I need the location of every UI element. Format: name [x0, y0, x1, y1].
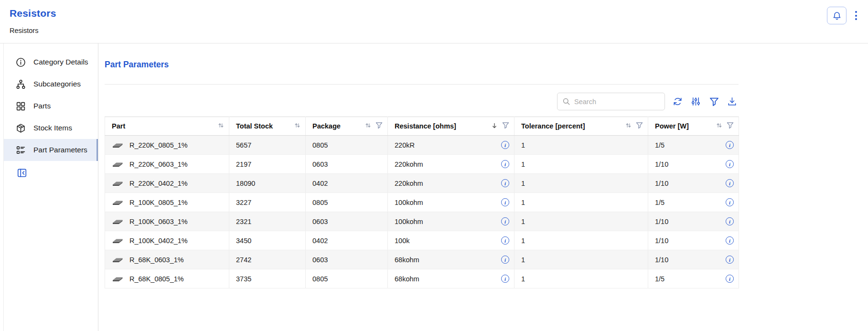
table-row[interactable]: R_220K_0402_1%180900402220kohmi11/10i: [105, 174, 739, 193]
cell-part[interactable]: R_100K_0603_1%: [105, 212, 229, 231]
column-filter-icon[interactable]: [502, 122, 509, 130]
info-icon[interactable]: i: [501, 198, 509, 206]
sort-icon[interactable]: [365, 122, 371, 130]
cell-total-stock[interactable]: 3735: [229, 269, 306, 288]
cell-power[interactable]: 1/5i: [648, 269, 739, 288]
cell-part[interactable]: R_100K_0402_1%: [105, 231, 229, 250]
sidebar-item-stock-items[interactable]: Stock Items: [4, 117, 98, 139]
cell-tolerance[interactable]: 1: [514, 269, 648, 288]
cell-part[interactable]: R_68K_0603_1%: [105, 250, 229, 269]
cell-resistance[interactable]: 100kohmi: [388, 193, 514, 212]
sort-desc-icon[interactable]: [491, 122, 498, 130]
cell-tolerance[interactable]: 1: [514, 174, 648, 193]
cell-package[interactable]: 0402: [306, 174, 388, 193]
sort-icon[interactable]: [716, 122, 722, 130]
cell-power[interactable]: 1/10i: [648, 155, 739, 174]
cell-tolerance[interactable]: 1: [514, 231, 648, 250]
column-header-part[interactable]: Part: [105, 117, 229, 136]
column-header-total_stock[interactable]: Total Stock: [229, 117, 306, 136]
table-row[interactable]: R_100K_0805_1%32270805100kohmi11/5i: [105, 193, 739, 212]
refresh-icon[interactable]: [672, 96, 683, 107]
collapse-sidebar-button[interactable]: [16, 167, 28, 179]
cell-resistance[interactable]: 220kohmi: [388, 155, 514, 174]
info-icon[interactable]: i: [501, 275, 509, 283]
cell-power[interactable]: 1/10i: [648, 174, 739, 193]
cell-part[interactable]: R_220K_0805_1%: [105, 136, 229, 155]
info-icon[interactable]: i: [501, 160, 509, 168]
cell-total-stock[interactable]: 2742: [229, 250, 306, 269]
cell-package[interactable]: 0805: [306, 193, 388, 212]
column-settings-icon[interactable]: [690, 96, 701, 107]
table-row[interactable]: R_68K_0603_1%2742060368kohmi11/10i: [105, 250, 739, 269]
table-row[interactable]: R_100K_0603_1%23210603100kohmi11/10i: [105, 212, 739, 231]
cell-part[interactable]: R_220K_0402_1%: [105, 174, 229, 193]
search-box[interactable]: [557, 93, 665, 110]
sidebar-item-parts[interactable]: Parts: [4, 95, 98, 117]
cell-part[interactable]: R_220K_0603_1%: [105, 155, 229, 174]
cell-package[interactable]: 0603: [306, 155, 388, 174]
cell-resistance[interactable]: 100ki: [388, 231, 514, 250]
sidebar-item-subcategories[interactable]: Subcategories: [4, 73, 98, 95]
search-input[interactable]: [574, 98, 660, 106]
notifications-button[interactable]: [827, 7, 847, 24]
sort-icon[interactable]: [218, 122, 224, 130]
info-icon[interactable]: i: [726, 141, 734, 149]
cell-tolerance[interactable]: 1: [514, 136, 648, 155]
cell-total-stock[interactable]: 2321: [229, 212, 306, 231]
info-icon[interactable]: i: [501, 217, 509, 225]
info-icon[interactable]: i: [501, 141, 509, 149]
cell-package[interactable]: 0603: [306, 212, 388, 231]
table-row[interactable]: R_220K_0603_1%21970603220kohmi11/10i: [105, 155, 739, 174]
table-row[interactable]: R_220K_0805_1%56570805220kRi11/5i: [105, 136, 739, 155]
cell-total-stock[interactable]: 3227: [229, 193, 306, 212]
filter-icon[interactable]: [708, 96, 719, 107]
cell-part[interactable]: R_68K_0805_1%: [105, 269, 229, 288]
column-header-tolerance[interactable]: Tolerance [percent]: [514, 117, 648, 136]
cell-resistance[interactable]: 220kohmi: [388, 174, 514, 193]
cell-resistance[interactable]: 220kRi: [388, 136, 514, 155]
cell-package[interactable]: 0603: [306, 250, 388, 269]
info-icon[interactable]: i: [726, 256, 734, 264]
cell-part[interactable]: R_100K_0805_1%: [105, 193, 229, 212]
column-header-resistance[interactable]: Resistance [ohms]: [388, 117, 514, 136]
download-icon[interactable]: [727, 96, 738, 107]
column-header-power[interactable]: Power [W]: [648, 117, 739, 136]
sort-icon[interactable]: [294, 122, 300, 130]
sidebar-item-category-details[interactable]: Category Details: [4, 51, 98, 73]
cell-total-stock[interactable]: 3450: [229, 231, 306, 250]
cell-package[interactable]: 0805: [306, 136, 388, 155]
column-filter-icon[interactable]: [727, 122, 734, 130]
info-icon[interactable]: i: [726, 198, 734, 206]
column-header-package[interactable]: Package: [306, 117, 388, 136]
column-filter-icon[interactable]: [636, 122, 643, 130]
info-icon[interactable]: i: [501, 256, 509, 264]
column-filter-icon[interactable]: [375, 122, 383, 130]
sidebar-item-part-parameters[interactable]: Part Parameters: [4, 139, 98, 161]
cell-package[interactable]: 0805: [306, 269, 388, 288]
cell-tolerance[interactable]: 1: [514, 212, 648, 231]
cell-tolerance[interactable]: 1: [514, 155, 648, 174]
cell-resistance[interactable]: 68kohmi: [388, 269, 514, 288]
table-row[interactable]: R_68K_0805_1%3735080568kohmi11/5i: [105, 269, 739, 288]
breadcrumb[interactable]: Resistors: [10, 27, 38, 34]
cell-tolerance[interactable]: 1: [514, 250, 648, 269]
info-icon[interactable]: i: [726, 236, 734, 245]
cell-package[interactable]: 0402: [306, 231, 388, 250]
cell-tolerance[interactable]: 1: [514, 193, 648, 212]
cell-power[interactable]: 1/5i: [648, 136, 739, 155]
cell-resistance[interactable]: 100kohmi: [388, 212, 514, 231]
cell-power[interactable]: 1/10i: [648, 231, 739, 250]
info-icon[interactable]: i: [501, 179, 509, 187]
cell-resistance[interactable]: 68kohmi: [388, 250, 514, 269]
info-icon[interactable]: i: [726, 179, 734, 187]
info-icon[interactable]: i: [726, 275, 734, 283]
cell-power[interactable]: 1/10i: [648, 212, 739, 231]
info-icon[interactable]: i: [726, 217, 734, 225]
info-icon[interactable]: i: [726, 160, 734, 168]
cell-power[interactable]: 1/10i: [648, 250, 739, 269]
table-row[interactable]: R_100K_0402_1%34500402100ki11/10i: [105, 231, 739, 250]
cell-power[interactable]: 1/5i: [648, 193, 739, 212]
kebab-menu-icon[interactable]: [854, 9, 858, 22]
cell-total-stock[interactable]: 2197: [229, 155, 306, 174]
info-icon[interactable]: i: [501, 236, 509, 245]
